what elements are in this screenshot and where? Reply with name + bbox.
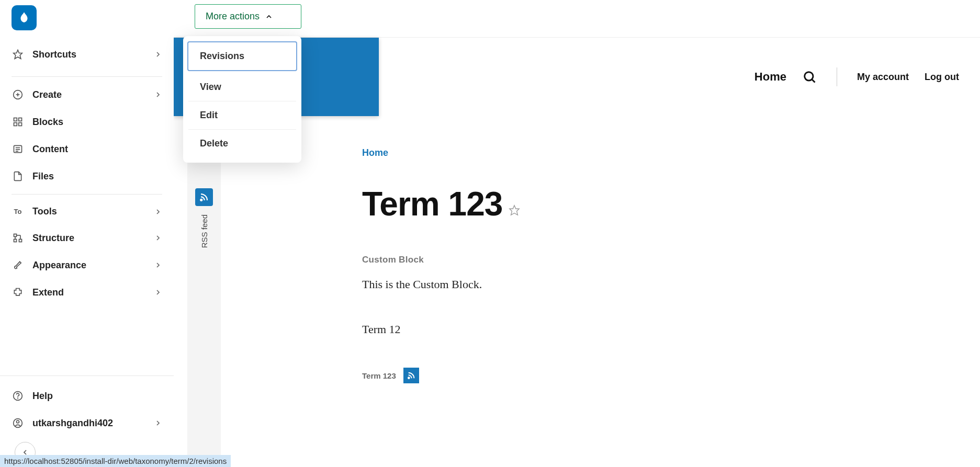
term-footer-label: Term 123 (362, 371, 396, 380)
sidebar-item-appearance[interactable]: Appearance (0, 252, 174, 279)
star-outline-icon[interactable] (509, 204, 520, 216)
dropdown-item-revisions[interactable]: Revisions (187, 41, 297, 71)
sidebar-item-shortcuts[interactable]: Shortcuts (0, 41, 174, 68)
sidebar-item-content[interactable]: Content (0, 135, 174, 163)
status-bar-url: https://localhost:52805/install-dir/web/… (0, 455, 231, 467)
chevron-right-icon (154, 234, 162, 242)
sidebar-item-blocks[interactable]: Blocks (0, 108, 174, 135)
more-actions-label: More actions (206, 11, 260, 22)
sidebar-label: Blocks (32, 117, 162, 128)
sidebar-label: Extend (32, 287, 154, 298)
divider (12, 194, 162, 195)
files-icon (12, 170, 24, 183)
svg-rect-12 (14, 234, 17, 237)
rss-icon[interactable] (195, 188, 213, 206)
sidebar-label: Structure (32, 233, 154, 244)
chevron-right-icon (154, 419, 162, 427)
chevron-right-icon (154, 90, 162, 99)
sidebar-label: Appearance (32, 260, 154, 271)
sidebar-item-help[interactable]: Help (0, 382, 174, 409)
sidebar-item-files[interactable]: Files (0, 163, 174, 190)
dropdown-item-delete[interactable]: Delete (188, 130, 296, 157)
chevron-right-icon (154, 288, 162, 297)
breadcrumb-home[interactable]: Home (362, 147, 959, 158)
sidebar-item-tools[interactable]: To Tools (0, 199, 174, 224)
more-actions-button[interactable]: More actions (195, 4, 301, 29)
svg-marker-24 (510, 206, 519, 215)
brush-icon (12, 259, 24, 271)
user-icon (12, 417, 24, 429)
chevron-right-icon (154, 261, 162, 269)
svg-rect-5 (19, 118, 22, 121)
sidebar-label: Files (32, 171, 162, 182)
admin-sidebar: Shortcuts Create (0, 0, 174, 467)
sidebar-label: Create (32, 89, 154, 100)
puzzle-icon (12, 286, 24, 299)
sidebar-item-extend[interactable]: Extend (0, 279, 174, 306)
term-text: Term 12 (362, 323, 959, 336)
svg-marker-0 (14, 50, 22, 59)
custom-block-heading: Custom Block (362, 255, 959, 265)
help-icon (12, 390, 24, 402)
plus-circle-icon (12, 88, 24, 101)
dropdown-item-view[interactable]: View (188, 73, 296, 101)
svg-point-26 (200, 199, 202, 201)
dropdown-menu: Revisions View Edit Delete (183, 36, 301, 163)
tools-abbrev: To (12, 208, 24, 215)
svg-point-19 (18, 398, 18, 398)
rss-icon[interactable] (403, 368, 419, 383)
svg-point-21 (17, 420, 19, 423)
chevron-up-icon (265, 13, 273, 21)
svg-rect-6 (14, 123, 17, 126)
sidebar-label: utkarshgandhi402 (32, 418, 154, 429)
svg-point-22 (805, 72, 813, 81)
drupal-logo[interactable] (12, 5, 37, 30)
chevron-right-icon (154, 208, 162, 216)
nav-link-my-account[interactable]: My account (857, 72, 909, 83)
custom-block-body: This is the Custom Block. (362, 278, 959, 291)
list-icon (12, 143, 24, 155)
svg-point-25 (408, 377, 410, 379)
more-actions-dropdown: More actions Revisions View Edit Delete (195, 4, 301, 163)
sidebar-label: Help (32, 391, 162, 402)
sidebar-label: Tools (32, 206, 154, 217)
svg-rect-14 (14, 240, 17, 242)
grid-icon (12, 116, 24, 128)
hierarchy-icon (12, 232, 24, 244)
dropdown-item-edit[interactable]: Edit (188, 101, 296, 130)
sidebar-item-structure[interactable]: Structure (0, 224, 174, 252)
svg-rect-7 (19, 123, 22, 126)
page-title: Term 123 (362, 185, 502, 223)
rss-rail: RSS feed (187, 152, 221, 465)
sidebar-label: Shortcuts (32, 49, 154, 60)
svg-line-23 (812, 79, 815, 83)
sidebar-item-create[interactable]: Create (0, 81, 174, 108)
sidebar-footer: Help utkarshgandhi402 (0, 375, 174, 467)
sidebar-label: Content (32, 144, 162, 155)
search-icon[interactable] (802, 70, 817, 84)
nav-link-home[interactable]: Home (754, 70, 786, 84)
sidebar-item-user[interactable]: utkarshgandhi402 (0, 409, 174, 437)
divider (12, 76, 162, 77)
divider (837, 67, 837, 86)
nav-link-log-out[interactable]: Log out (925, 72, 959, 83)
svg-rect-4 (14, 118, 17, 121)
svg-rect-13 (19, 240, 22, 242)
rss-rail-label: RSS feed (200, 214, 209, 248)
chevron-right-icon (154, 50, 162, 59)
star-icon (12, 48, 24, 61)
